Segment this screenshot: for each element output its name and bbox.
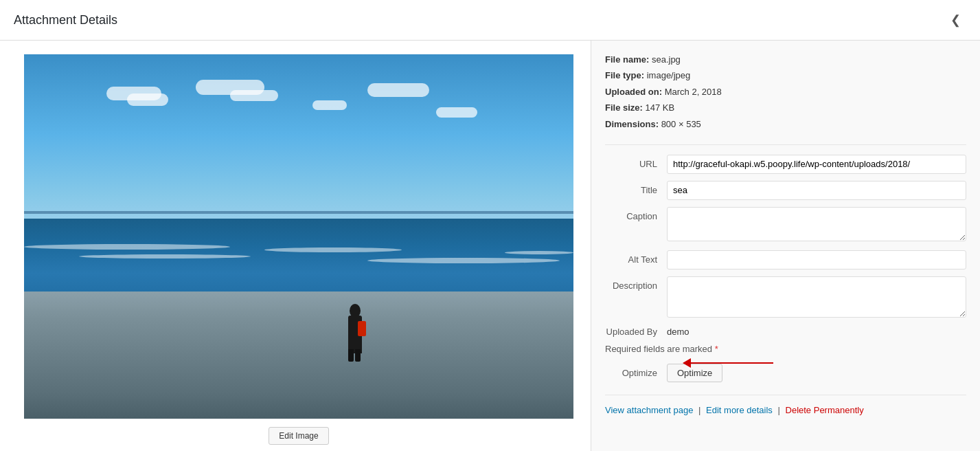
file-type-value: image/jpeg: [647, 70, 691, 80]
alt-text-field-container: [667, 250, 966, 270]
delete-permanently-link[interactable]: Delete Permanently: [786, 405, 864, 415]
alt-text-input[interactable]: [667, 250, 966, 270]
alt-text-label: Alt Text: [605, 250, 667, 265]
file-name-label: File name:: [605, 54, 649, 65]
right-panel: File name: sea.jpg File type: image/jpeg…: [591, 41, 980, 451]
child-figure: [343, 288, 367, 353]
dimensions-row: Dimensions: 800 × 535: [605, 116, 966, 132]
required-note: Required fields are marked *: [605, 344, 966, 354]
title-row: Title: [605, 181, 966, 200]
file-info: File name: sea.jpg File type: image/jpeg…: [605, 52, 966, 132]
file-type-label: File type:: [605, 70, 644, 80]
beach-bg: [24, 292, 573, 419]
uploaded-by-label: Uploaded By: [605, 327, 667, 337]
caption-row: Caption: [605, 207, 966, 243]
left-panel: Edit Image: [0, 41, 591, 451]
title-field-container: [667, 181, 966, 200]
description-input[interactable]: [667, 276, 966, 318]
caption-label: Caption: [605, 207, 667, 221]
attachment-image: [24, 54, 573, 419]
horizon-line: [24, 211, 573, 214]
dimensions-label: Dimensions:: [605, 119, 659, 129]
page-title: Attachment Details: [14, 13, 117, 28]
alt-text-row: Alt Text: [605, 250, 966, 270]
title-input[interactable]: [667, 181, 966, 200]
file-size-row: File size: 147 KB: [605, 100, 966, 116]
description-row: Description: [605, 276, 966, 320]
file-name-value: sea.jpg: [652, 54, 681, 65]
separator-1: |: [698, 405, 700, 415]
url-row: URL: [605, 155, 966, 174]
arrow-indicator: [684, 358, 773, 368]
clouds-bg: [24, 73, 573, 182]
dimensions-value: 800 × 535: [661, 119, 701, 129]
optimize-row: Optimize Optimize: [605, 364, 966, 382]
caption-input[interactable]: [667, 207, 966, 241]
arrow-line: [691, 362, 773, 364]
description-field-container: [667, 276, 966, 320]
waves-bg: [24, 244, 573, 299]
view-attachment-link[interactable]: View attachment page: [605, 405, 693, 415]
uploaded-on-row: Uploaded on: March 2, 2018: [605, 84, 966, 100]
edit-image-button[interactable]: Edit Image: [269, 427, 328, 445]
file-name-row: File name: sea.jpg: [605, 52, 966, 67]
chevron-button[interactable]: ❮: [945, 10, 966, 30]
separator-2: |: [778, 405, 780, 415]
title-label: Title: [605, 181, 667, 195]
url-input[interactable]: [667, 155, 966, 174]
file-size-value: 147 KB: [646, 102, 675, 113]
caption-field-container: [667, 207, 966, 243]
url-field-container: [667, 155, 966, 174]
content-area: Edit Image File name: sea.jpg File type:…: [0, 41, 980, 451]
uploaded-by-row: Uploaded By demo: [605, 327, 966, 337]
required-asterisk: *: [715, 344, 718, 354]
header: Attachment Details ❮: [0, 0, 980, 41]
uploaded-on-value: March 2, 2018: [665, 87, 722, 97]
uploaded-by-value: demo: [667, 327, 690, 337]
required-note-text: Required fields are marked: [605, 344, 712, 354]
file-size-label: File size:: [605, 102, 643, 113]
links-row: View attachment page | Edit more details…: [605, 395, 966, 415]
arrow-head-icon: [683, 358, 691, 368]
form-divider: [605, 144, 966, 145]
edit-more-details-link[interactable]: Edit more details: [706, 405, 773, 415]
url-label: URL: [605, 155, 667, 169]
description-label: Description: [605, 276, 667, 291]
uploaded-on-label: Uploaded on:: [605, 87, 662, 97]
file-type-row: File type: image/jpeg: [605, 67, 966, 83]
optimize-label: Optimize: [605, 368, 667, 378]
